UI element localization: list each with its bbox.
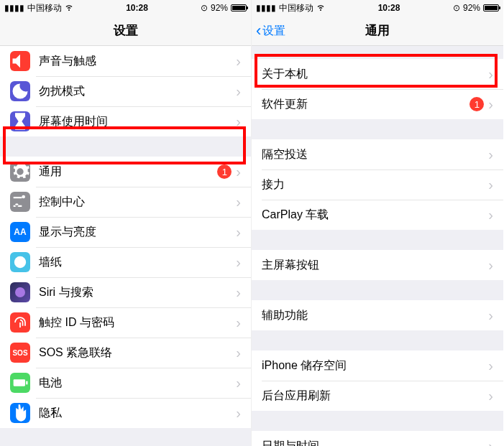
signal-icon: ▮▮▮▮ [256, 3, 276, 13]
back-button[interactable]: ‹ 设置 [256, 16, 285, 46]
wifi-icon [316, 3, 325, 14]
row-siri[interactable]: Siri 与搜索 › [0, 277, 251, 307]
battery-icon [231, 4, 247, 11]
chevron-icon: › [488, 358, 493, 374]
status-time: 10:28 [378, 3, 400, 13]
row-label: 主屏幕按钮 [262, 258, 484, 273]
row-display[interactable]: AA 显示与亮度 › [0, 217, 251, 247]
chevron-icon: › [488, 257, 493, 274]
chevron-icon: › [488, 438, 493, 447]
row-touchid[interactable]: 触控 ID 与密码 › [0, 307, 251, 338]
row-label: 关于本机 [262, 67, 484, 82]
row-software-update[interactable]: 软件更新 1 › [252, 89, 503, 119]
row-home-button[interactable]: 主屏幕按钮 › [252, 250, 503, 280]
back-label: 设置 [262, 16, 285, 46]
row-privacy[interactable]: 隐私 › [0, 398, 251, 428]
gear-icon [10, 162, 30, 182]
row-label: 通用 [39, 164, 217, 180]
chevron-icon: › [488, 388, 493, 404]
chevron-icon: › [236, 194, 241, 210]
row-accessibility[interactable]: 辅助功能 › [252, 300, 503, 330]
battery-pct: 92% [463, 3, 480, 13]
chevron-icon: › [236, 113, 241, 130]
chevron-icon: › [236, 375, 241, 391]
row-sound[interactable]: 声音与触感 › [0, 46, 251, 76]
left-screenshot: ▮▮▮▮ 中国移动 10:28 ⊙ 92% 设置 声音与触感 › 勿扰模式 › … [0, 0, 252, 446]
row-label: 显示与亮度 [39, 225, 232, 240]
row-about[interactable]: 关于本机 › [252, 59, 503, 89]
row-date-time[interactable]: 日期与时间 › [252, 431, 503, 446]
row-carplay[interactable]: CarPlay 车载 › [252, 200, 503, 230]
sos-icon: SOS [10, 343, 30, 363]
chevron-icon: › [236, 254, 241, 271]
row-label: Siri 与搜索 [39, 285, 232, 300]
battery-settings-icon [10, 373, 30, 393]
row-screentime[interactable]: 屏幕使用时间 › [0, 106, 251, 136]
row-label: 屏幕使用时间 [39, 114, 232, 129]
row-dnd[interactable]: 勿扰模式 › [0, 76, 251, 106]
chevron-icon: › [488, 96, 493, 113]
moon-icon [10, 81, 30, 101]
notification-badge: 1 [469, 97, 484, 111]
chevron-icon: › [236, 345, 241, 361]
row-label: SOS 紧急联络 [39, 345, 232, 361]
nav-title: 通用 [365, 24, 390, 37]
status-time: 10:28 [126, 3, 148, 13]
row-label: 电池 [39, 376, 232, 391]
row-sos[interactable]: SOS SOS 紧急联络 › [0, 338, 251, 368]
row-wallpaper[interactable]: 墙纸 › [0, 247, 251, 277]
sound-icon [10, 51, 30, 71]
row-storage[interactable]: iPhone 储存空间 › [252, 350, 503, 381]
wifi-icon [65, 3, 73, 14]
battery-pct: 92% [211, 3, 228, 13]
chevron-icon: › [236, 53, 241, 70]
hourglass-icon [10, 111, 30, 131]
row-label: 隐私 [39, 406, 232, 421]
row-control-center[interactable]: 控制中心 › [0, 187, 251, 217]
chevron-icon: › [488, 177, 493, 193]
chevron-icon: › [488, 307, 493, 324]
row-label: 勿扰模式 [39, 84, 232, 99]
row-battery[interactable]: 电池 › [0, 368, 251, 398]
wallpaper-icon [10, 252, 30, 272]
chevron-icon: › [236, 164, 241, 180]
row-label: 后台应用刷新 [262, 389, 484, 404]
display-icon: AA [10, 222, 30, 242]
row-label: 墙纸 [39, 255, 232, 270]
row-label: CarPlay 车载 [262, 208, 484, 223]
chevron-icon: › [236, 284, 241, 301]
chevron-icon: › [236, 83, 241, 100]
status-bar: ▮▮▮▮ 中国移动 10:28 ⊙ 92% [252, 0, 503, 16]
row-label: 日期与时间 [262, 439, 484, 447]
row-label: 声音与触感 [39, 54, 232, 69]
chevron-icon: › [236, 224, 241, 241]
chevron-icon: › [488, 66, 493, 83]
row-label: 触控 ID 与密码 [39, 315, 232, 330]
row-label: 接力 [262, 177, 484, 192]
svg-rect-3 [26, 381, 27, 385]
nav-title: 设置 [0, 16, 251, 46]
nav-bar: ‹ 设置 通用 [252, 16, 503, 46]
alarm-icon: ⊙ [201, 3, 208, 13]
right-screenshot: ▮▮▮▮ 中国移动 10:28 ⊙ 92% ‹ 设置 通用 关于本机 › 软件更… [252, 0, 503, 446]
chevron-icon: › [236, 405, 241, 422]
alarm-icon: ⊙ [453, 3, 460, 13]
row-label: 隔空投送 [262, 147, 484, 162]
row-handoff[interactable]: 接力 › [252, 169, 503, 200]
row-general[interactable]: 通用 1 › [0, 157, 251, 187]
chevron-icon: › [488, 207, 493, 223]
battery-icon [483, 4, 499, 11]
chevron-icon: › [488, 147, 493, 163]
row-airdrop[interactable]: 隔空投送 › [252, 139, 503, 169]
signal-icon: ▮▮▮▮ [4, 3, 24, 13]
chevron-icon: › [236, 315, 241, 331]
row-label: 辅助功能 [262, 308, 484, 323]
svg-point-0 [14, 256, 26, 268]
notification-badge: 1 [217, 164, 232, 179]
row-background-refresh[interactable]: 后台应用刷新 › [252, 381, 503, 411]
carrier-text: 中国移动 [279, 2, 313, 14]
toggles-icon [10, 192, 30, 212]
row-label: 控制中心 [39, 195, 232, 210]
row-label: iPhone 储存空间 [262, 358, 484, 373]
status-bar: ▮▮▮▮ 中国移动 10:28 ⊙ 92% [0, 0, 251, 16]
